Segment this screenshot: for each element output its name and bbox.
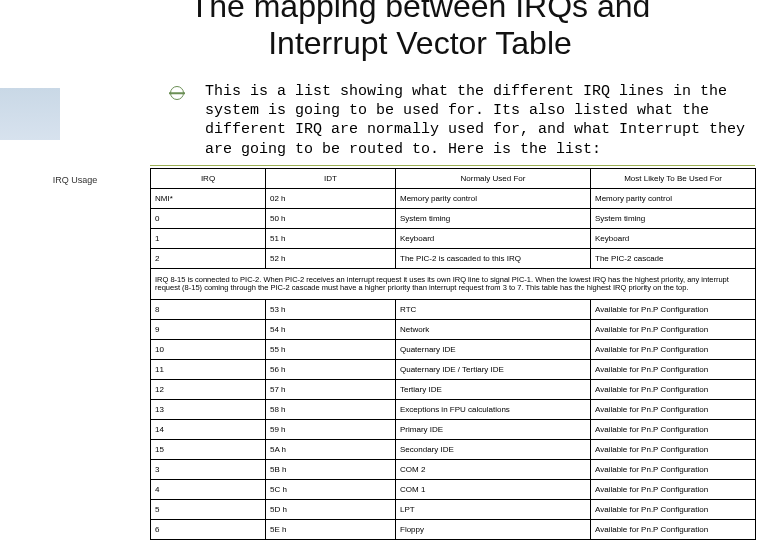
table-cell: 5B h	[266, 460, 396, 480]
table-cell: 12	[151, 380, 266, 400]
table-row: 65E hFloppyAvailable for Pn.P Configurat…	[151, 520, 756, 540]
table-cell: LPT	[396, 500, 591, 520]
table-cell: Available for Pn.P Configuration	[591, 460, 756, 480]
table-cell: Available for Pn.P Configuration	[591, 320, 756, 340]
table-cell: Available for Pn.P Configuration	[591, 480, 756, 500]
sidebar-label: IRQ Usage	[10, 175, 140, 185]
divider	[150, 165, 755, 166]
table-cell: 9	[151, 320, 266, 340]
table-cell: 3	[151, 460, 266, 480]
intro-text: This is a list showing what the differen…	[205, 82, 750, 159]
table-cell: Available for Pn.P Configuration	[591, 440, 756, 460]
table-cell: 54 h	[266, 320, 396, 340]
table-cell: NMI*	[151, 189, 266, 209]
col-header-likely: Most Likely To Be Used For	[591, 169, 756, 189]
table-cell: 56 h	[266, 360, 396, 380]
table-cell: 1	[151, 229, 266, 249]
table-cell: 53 h	[266, 300, 396, 320]
table-cell: COM 1	[396, 480, 591, 500]
table-row: 252 hThe PIC-2 is cascaded to this IRQTh…	[151, 249, 756, 269]
table-row: 853 hRTCAvailable for Pn.P Configuration	[151, 300, 756, 320]
table-row: 954 hNetworkAvailable for Pn.P Configura…	[151, 320, 756, 340]
table-row: 1257 hTertiary IDEAvailable for Pn.P Con…	[151, 380, 756, 400]
table-cell: 11	[151, 360, 266, 380]
table-cell: Available for Pn.P Configuration	[591, 380, 756, 400]
irq-table: IRQ IDT Normaly Used For Most Likely To …	[150, 168, 756, 540]
page-title: The mapping between IRQs and Interrupt V…	[150, 0, 690, 62]
table-row: NMI*02 hMemory parity controlMemory pari…	[151, 189, 756, 209]
table-cell: System timing	[591, 209, 756, 229]
table-note-cell: IRQ 8-15 is connected to PIC-2. When PIC…	[151, 269, 756, 300]
table-note-row: IRQ 8-15 is connected to PIC-2. When PIC…	[151, 269, 756, 300]
table-row: 1358 hExceptions in FPU calculationsAvai…	[151, 400, 756, 420]
table-cell: Memory parity control	[396, 189, 591, 209]
table-cell: 5A h	[266, 440, 396, 460]
table-cell: Available for Pn.P Configuration	[591, 300, 756, 320]
table-cell: Keyboard	[591, 229, 756, 249]
table-cell: 14	[151, 420, 266, 440]
table-row: 1156 hQuaternary IDE / Tertiary IDEAvail…	[151, 360, 756, 380]
table-cell: The PIC-2 is cascaded to this IRQ	[396, 249, 591, 269]
table-head: IRQ IDT Normaly Used For Most Likely To …	[151, 169, 756, 189]
table-cell: 51 h	[266, 229, 396, 249]
slide: The mapping between IRQs and Interrupt V…	[0, 0, 780, 540]
table-cell: Tertiary IDE	[396, 380, 591, 400]
table-cell: 5D h	[266, 500, 396, 520]
table-cell: 10	[151, 340, 266, 360]
table-cell: 5E h	[266, 520, 396, 540]
table-cell: 57 h	[266, 380, 396, 400]
table-cell: Quaternary IDE	[396, 340, 591, 360]
bullet-icon	[170, 86, 184, 100]
table-cell: 50 h	[266, 209, 396, 229]
table-cell: 5	[151, 500, 266, 520]
table-cell: The PIC-2 cascade	[591, 249, 756, 269]
table-cell: Available for Pn.P Configuration	[591, 520, 756, 540]
table-cell: Quaternary IDE / Tertiary IDE	[396, 360, 591, 380]
table-cell: Keyboard	[396, 229, 591, 249]
table-cell: Primary IDE	[396, 420, 591, 440]
table-body: NMI*02 hMemory parity controlMemory pari…	[151, 189, 756, 541]
table-header-row: IRQ IDT Normaly Used For Most Likely To …	[151, 169, 756, 189]
table-cell: 5C h	[266, 480, 396, 500]
table-cell: 55 h	[266, 340, 396, 360]
table-cell: Network	[396, 320, 591, 340]
background-accent	[0, 88, 60, 140]
col-header-irq: IRQ	[151, 169, 266, 189]
table-cell: Secondary IDE	[396, 440, 591, 460]
table-cell: Floppy	[396, 520, 591, 540]
table-cell: Available for Pn.P Configuration	[591, 340, 756, 360]
table-row: 151 hKeyboardKeyboard	[151, 229, 756, 249]
table-cell: 02 h	[266, 189, 396, 209]
table-cell: 8	[151, 300, 266, 320]
col-header-idt: IDT	[266, 169, 396, 189]
table-cell: COM 2	[396, 460, 591, 480]
table-cell: Available for Pn.P Configuration	[591, 400, 756, 420]
table-cell: 58 h	[266, 400, 396, 420]
table-cell: System timing	[396, 209, 591, 229]
table-cell: 13	[151, 400, 266, 420]
table-cell: Memory parity control	[591, 189, 756, 209]
table-cell: RTC	[396, 300, 591, 320]
table-row: 55D hLPTAvailable for Pn.P Configuration	[151, 500, 756, 520]
table-cell: 2	[151, 249, 266, 269]
table-row: 155A hSecondary IDEAvailable for Pn.P Co…	[151, 440, 756, 460]
table-row: 35B hCOM 2Available for Pn.P Configurati…	[151, 460, 756, 480]
table-cell: Exceptions in FPU calculations	[396, 400, 591, 420]
table-cell: 0	[151, 209, 266, 229]
table-row: 1055 hQuaternary IDEAvailable for Pn.P C…	[151, 340, 756, 360]
table-cell: 15	[151, 440, 266, 460]
table-cell: 59 h	[266, 420, 396, 440]
table-cell: Available for Pn.P Configuration	[591, 360, 756, 380]
table-cell: 6	[151, 520, 266, 540]
table-row: 45C hCOM 1Available for Pn.P Configurati…	[151, 480, 756, 500]
table-cell: 4	[151, 480, 266, 500]
table-cell: 52 h	[266, 249, 396, 269]
table-cell: Available for Pn.P Configuration	[591, 500, 756, 520]
table-cell: Available for Pn.P Configuration	[591, 420, 756, 440]
col-header-normally: Normaly Used For	[396, 169, 591, 189]
table-row: 1459 hPrimary IDEAvailable for Pn.P Conf…	[151, 420, 756, 440]
table-row: 050 hSystem timingSystem timing	[151, 209, 756, 229]
